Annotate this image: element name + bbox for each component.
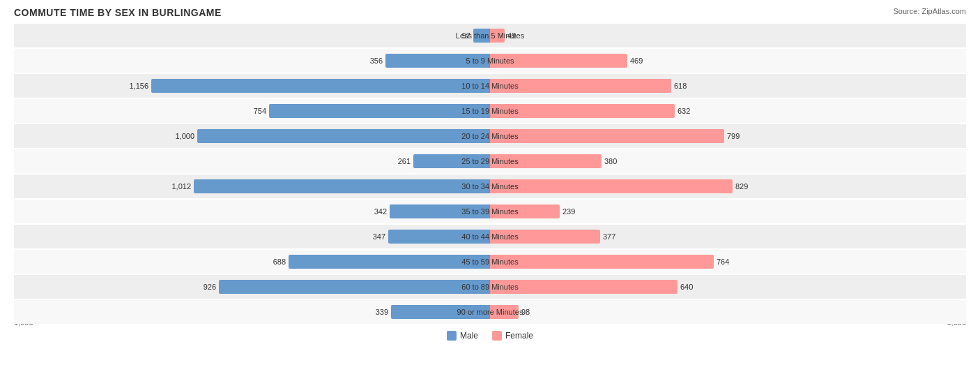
female-bar — [490, 255, 714, 269]
male-side: 754 — [14, 99, 490, 123]
row-label: 60 to 89 Minutes — [461, 283, 518, 291]
male-side: 57 — [14, 24, 490, 47]
legend-male-box — [447, 331, 457, 341]
table-row: 34740 to 44 Minutes377 — [14, 225, 966, 248]
female-side: 98 — [490, 300, 966, 324]
male-value: 926 — [204, 283, 216, 291]
male-side: 356 — [14, 49, 490, 73]
male-value: 347 — [373, 232, 385, 241]
male-bar — [219, 280, 490, 294]
male-value: 339 — [376, 308, 388, 316]
table-row: 3565 to 9 Minutes469 — [14, 49, 966, 73]
male-side: 342 — [14, 200, 490, 223]
female-side: 469 — [490, 49, 966, 73]
female-value: 764 — [717, 258, 729, 266]
male-side: 339 — [14, 300, 490, 324]
legend-female-label: Female — [505, 331, 533, 341]
legend-male: Male — [447, 331, 478, 341]
chart-title: COMMUTE TIME BY SEX IN BURLINGAME — [14, 7, 966, 18]
male-bar — [269, 104, 490, 118]
legend-female: Female — [492, 331, 533, 341]
chart-area: 57Less than 5 Minutes493565 to 9 Minutes… — [14, 24, 966, 317]
male-side: 1,000 — [14, 124, 490, 148]
row-label: 90 or more Minutes — [457, 308, 523, 316]
male-value: 1,012 — [171, 182, 191, 191]
male-side: 347 — [14, 225, 490, 248]
female-side: 764 — [490, 250, 966, 274]
row-label: Less than 5 Minutes — [456, 31, 524, 40]
male-value: 1,000 — [175, 132, 194, 140]
male-value: 261 — [398, 157, 411, 165]
row-label: 45 to 59 Minutes — [461, 258, 518, 266]
female-side: 618 — [490, 74, 966, 98]
table-row: 1,00020 to 24 Minutes799 — [14, 124, 966, 148]
female-side: 49 — [490, 24, 966, 47]
source-label: Source: ZipAtlas.com — [893, 7, 966, 15]
male-value: 688 — [273, 258, 286, 266]
female-value: 799 — [727, 132, 740, 140]
male-side: 1,012 — [14, 174, 490, 198]
female-side: 380 — [490, 149, 966, 173]
legend-female-box — [492, 331, 502, 341]
female-value: 618 — [674, 82, 687, 90]
female-side: 829 — [490, 174, 966, 198]
row-label: 15 to 19 Minutes — [461, 107, 518, 115]
table-row: 75415 to 19 Minutes632 — [14, 99, 966, 123]
male-bar — [151, 79, 490, 93]
table-row: 68845 to 59 Minutes764 — [14, 250, 966, 274]
female-value: 640 — [680, 283, 693, 291]
table-row: 1,15610 to 14 Minutes618 — [14, 74, 966, 98]
male-value: 342 — [374, 207, 387, 216]
female-value: 239 — [562, 207, 575, 216]
row-label: 35 to 39 Minutes — [461, 207, 518, 216]
row-label: 30 to 34 Minutes — [461, 182, 518, 191]
row-label: 10 to 14 Minutes — [461, 82, 518, 90]
table-row: 34235 to 39 Minutes239 — [14, 200, 966, 223]
female-side: 239 — [490, 200, 966, 223]
female-bar — [490, 129, 724, 143]
table-row: 57Less than 5 Minutes49 — [14, 24, 966, 47]
row-label: 20 to 24 Minutes — [461, 132, 518, 140]
male-side: 688 — [14, 250, 490, 274]
table-row: 1,01230 to 34 Minutes829 — [14, 174, 966, 198]
male-value: 1,156 — [129, 82, 148, 90]
female-bar — [490, 179, 733, 193]
male-bar — [194, 179, 490, 193]
table-row: 33990 or more Minutes98 — [14, 300, 966, 324]
female-side: 799 — [490, 124, 966, 148]
male-bar — [197, 129, 490, 143]
male-value: 356 — [370, 57, 383, 65]
table-row: 92660 to 89 Minutes640 — [14, 275, 966, 299]
row-label: 40 to 44 Minutes — [461, 232, 518, 241]
chart-container: COMMUTE TIME BY SEX IN BURLINGAME Source… — [0, 0, 980, 365]
legend: Male Female — [14, 331, 966, 341]
table-row: 26125 to 29 Minutes380 — [14, 149, 966, 173]
female-value: 377 — [603, 232, 615, 241]
male-side: 1,156 — [14, 74, 490, 98]
male-side: 926 — [14, 275, 490, 299]
female-side: 632 — [490, 99, 966, 123]
female-side: 640 — [490, 275, 966, 299]
male-bar — [289, 255, 490, 269]
female-value: 829 — [735, 182, 748, 191]
row-label: 25 to 29 Minutes — [461, 157, 518, 165]
legend-male-label: Male — [460, 331, 478, 341]
female-side: 377 — [490, 225, 966, 248]
female-value: 469 — [630, 57, 643, 65]
male-value: 754 — [254, 107, 266, 115]
row-label: 5 to 9 Minutes — [466, 57, 514, 65]
male-side: 261 — [14, 149, 490, 173]
female-value: 632 — [677, 107, 690, 115]
female-value: 380 — [604, 157, 617, 165]
